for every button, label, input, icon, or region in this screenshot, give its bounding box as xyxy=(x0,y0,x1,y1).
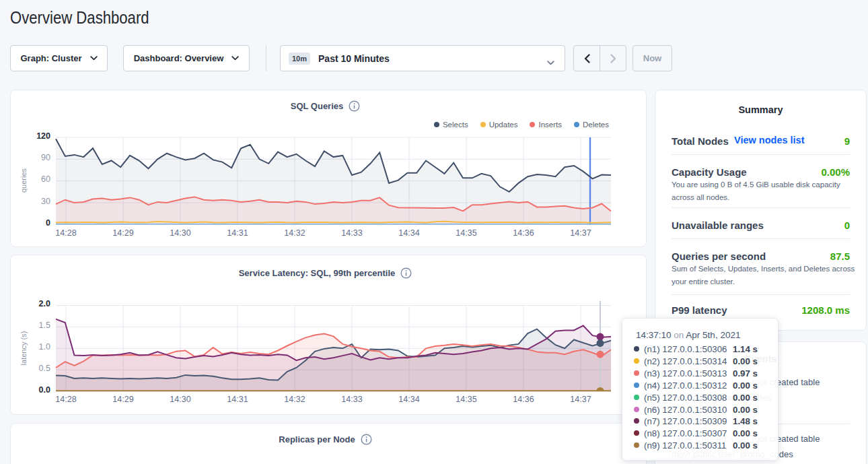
svg-text:14:31: 14:31 xyxy=(227,395,248,404)
svg-text:1.0: 1.0 xyxy=(39,342,50,352)
svg-text:14:34: 14:34 xyxy=(398,228,419,238)
svg-text:0.0: 0.0 xyxy=(39,385,50,395)
svg-text:14:35: 14:35 xyxy=(456,395,476,404)
svg-text:14:34: 14:34 xyxy=(398,395,419,404)
svg-text:queries: queries xyxy=(20,168,28,193)
svg-text:14:36: 14:36 xyxy=(513,395,534,404)
svg-text:14:31: 14:31 xyxy=(227,228,248,238)
svg-text:120: 120 xyxy=(36,131,50,141)
svg-text:0: 0 xyxy=(46,218,50,228)
svg-text:14:30: 14:30 xyxy=(170,395,190,404)
svg-text:14:37: 14:37 xyxy=(570,228,591,238)
svg-text:14:32: 14:32 xyxy=(284,228,305,238)
svg-text:1.5: 1.5 xyxy=(39,321,50,330)
svg-text:14:32: 14:32 xyxy=(284,395,305,404)
svg-text:14:28: 14:28 xyxy=(55,228,76,238)
svg-text:14:35: 14:35 xyxy=(456,228,476,238)
svg-text:60: 60 xyxy=(41,174,50,184)
svg-text:14:29: 14:29 xyxy=(112,228,133,238)
svg-text:14:33: 14:33 xyxy=(341,395,362,404)
svg-text:0.5: 0.5 xyxy=(39,364,50,373)
svg-text:14:30: 14:30 xyxy=(170,228,190,238)
svg-text:30: 30 xyxy=(41,197,50,206)
svg-text:14:29: 14:29 xyxy=(112,395,133,404)
svg-text:14:37: 14:37 xyxy=(570,395,591,404)
svg-text:90: 90 xyxy=(41,153,50,162)
svg-text:14:33: 14:33 xyxy=(341,228,362,238)
svg-text:latency (s): latency (s) xyxy=(20,331,28,366)
svg-text:2.0: 2.0 xyxy=(39,299,50,308)
svg-text:14:28: 14:28 xyxy=(55,395,76,404)
svg-text:14:36: 14:36 xyxy=(513,228,534,238)
